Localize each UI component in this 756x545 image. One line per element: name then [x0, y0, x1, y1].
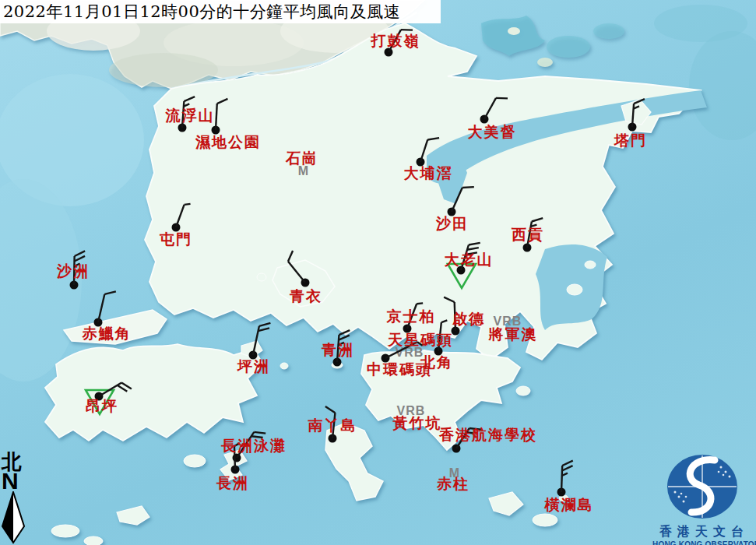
station-label-waglan-island: 橫瀾島: [545, 495, 594, 515]
map-title: 2022年11月01日12時00分的十分鐘平均風向及風速: [0, 0, 441, 23]
station-label-ngong-ping: 昂坪: [86, 396, 118, 417]
station-label-wong-chuk-hang: 黃竹坑: [393, 413, 442, 434]
station-dot-cheung-chau: [231, 466, 240, 474]
station-dot-tap-mun: [628, 123, 637, 132]
station-label-ta-kwu-ling: 打鼓嶺: [371, 31, 420, 51]
hko-logo: 香港天文台 HONG KONG OBSERVATORY: [652, 453, 756, 545]
station-label-tai-mei-tuk: 大美督: [468, 122, 517, 142]
station-label-tseung-kwan-o: 將軍澳: [489, 325, 538, 345]
station-label-sha-chau: 沙洲: [57, 262, 90, 282]
station-label-sha-tin: 沙田: [436, 214, 469, 234]
station-label-star-ferry-pier: 天星碼頭: [388, 330, 453, 350]
station-label-hk-sea-school: 香港航海學校: [439, 425, 537, 445]
station-label-wetland-park: 濕地公園: [195, 132, 261, 153]
weather-map: 2022年11月01日12時00分的十分鐘平均風向及風速 打鼓嶺流浮山濕地公園M…: [0, 0, 756, 545]
station-dot-hk-sea-school: [452, 445, 461, 453]
hko-name-english: HONG KONG OBSERVATORY: [652, 540, 756, 545]
station-label-shek-kong: 石崗: [286, 149, 318, 169]
station-label-cheung-chau: 長洲: [216, 473, 249, 494]
station-layer: 打鼓嶺流浮山濕地公園M石崗大美督塔門大埔滘沙田西貢屯門沙洲大老山赤鱲角青衣京士柏…: [0, 0, 756, 545]
station-label-lamma-island: 南丫島: [308, 416, 357, 436]
title-text: 2022年11月01日12時00分的十分鐘平均風向及風速: [3, 1, 400, 23]
compass-needle-icon: [2, 491, 25, 544]
station-label-lau-fau-shan: 流浮山: [166, 106, 215, 126]
station-label-tap-mun: 塔門: [614, 131, 647, 151]
station-label-stanley: 赤柱: [437, 474, 469, 494]
station-label-kings-park: 京士柏: [387, 307, 436, 327]
station-label-tai-po-kau: 大埔滘: [404, 164, 453, 184]
station-dot-tsing-yi: [301, 279, 310, 287]
north-letter-label: N: [2, 470, 33, 491]
station-label-green-island: 青洲: [322, 340, 354, 360]
station-label-sai-kung: 西貢: [512, 225, 544, 245]
north-compass: 北 N: [2, 452, 33, 545]
hko-name-chinese: 香港天文台: [652, 524, 756, 540]
station-label-kai-tak: 啟德: [452, 309, 485, 329]
station-label-north-point: 北角: [420, 353, 453, 373]
station-label-peng-chau: 坪洲: [237, 357, 270, 377]
station-label-tuen-mun: 屯門: [160, 230, 192, 250]
station-label-tsing-yi: 青衣: [290, 287, 322, 307]
station-label-chek-lap-kok: 赤鱲角: [83, 324, 132, 344]
station-label-tates-cairn: 大老山: [445, 250, 494, 270]
station-label-cheung-chau-beach: 長洲泳灘: [221, 436, 287, 456]
station-dot-sha-chau: [70, 281, 79, 290]
hko-logo-icon: [652, 453, 756, 520]
